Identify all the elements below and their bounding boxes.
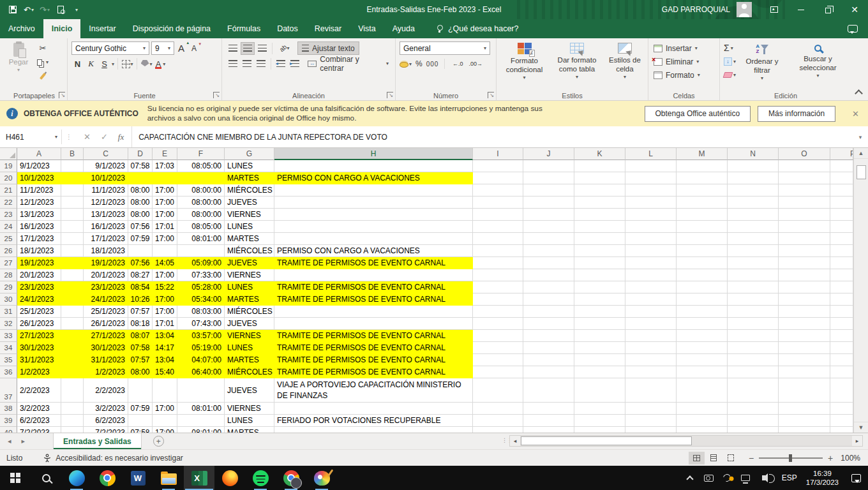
cell-K38[interactable] [574,403,625,415]
align-left-button[interactable] [226,57,239,70]
page-break-view-button[interactable] [723,452,739,464]
cell-P24[interactable] [830,221,853,233]
cell-O25[interactable] [779,233,830,245]
cell-E30[interactable]: 17:00 [153,293,177,306]
cell-C29[interactable]: 23/1/2023 [84,281,128,293]
taskbar-paint-button[interactable] [306,466,337,490]
number-format-combo[interactable]: General▾ [400,41,490,55]
feedback-icon[interactable] [848,25,858,33]
cell-F29[interactable]: 05:28:00 [177,281,225,293]
cell-D39[interactable] [128,415,153,427]
cell-E29[interactable]: 15:22 [153,281,177,293]
cell-P28[interactable] [830,269,853,281]
cell-P37[interactable] [830,378,853,403]
tell-me-box[interactable]: ¿Qué desea hacer? [437,19,519,38]
clock[interactable]: 16:39 17/3/2023 [801,469,844,487]
cell-N34[interactable] [728,342,779,354]
column-header-H[interactable]: H [274,148,473,160]
cell-J34[interactable] [523,342,574,354]
cell-D36[interactable]: 08:00 [128,366,153,378]
column-header-G[interactable]: G [225,148,274,160]
cell-G29[interactable]: LUNES [225,281,274,293]
cell-L31[interactable] [625,306,677,318]
cell-D24[interactable]: 07:56 [128,221,153,233]
cell-B30[interactable] [61,293,84,306]
cell-I19[interactable] [473,160,523,172]
cell-K35[interactable] [574,354,625,366]
cell-D37[interactable] [128,378,153,403]
cell-F34[interactable]: 05:19:00 [177,342,225,354]
cell-D19[interactable]: 07:58 [128,160,153,172]
cell-N29[interactable] [728,281,779,293]
cell-C26[interactable]: 18/1/2023 [84,245,128,257]
cell-O35[interactable] [779,354,830,366]
cell-F30[interactable]: 05:34:00 [177,293,225,306]
cell-H25[interactable] [274,233,473,245]
cell-A32[interactable]: 26/1/2023 [17,318,61,330]
cell-N19[interactable] [728,160,779,172]
network-button[interactable] [737,466,755,490]
cell-F31[interactable]: 08:03:00 [177,306,225,318]
cell-H32[interactable] [274,318,473,330]
clipboard-dialog-launcher[interactable]: ↘ [59,92,65,98]
cell-H19[interactable] [274,160,473,172]
cell-N28[interactable] [728,269,779,281]
cell-B24[interactable] [61,221,84,233]
cell-C30[interactable]: 24/1/2023 [84,293,128,306]
cell-C33[interactable]: 27/1/2023 [84,330,128,342]
cell-O27[interactable] [779,257,830,269]
horizontal-scroll-thumb[interactable] [521,436,692,445]
cell-A29[interactable]: 23/1/2023 [17,281,61,293]
taskbar-start-button[interactable] [0,466,31,490]
cell-L30[interactable] [625,293,677,306]
cell-I37[interactable] [473,378,523,403]
cell-K25[interactable] [574,233,625,245]
restore-button[interactable] [814,0,841,19]
accounting-format-button[interactable]: ▾ [400,57,412,70]
cell-A30[interactable]: 24/1/2023 [17,293,61,306]
cell-N40[interactable] [728,427,779,433]
cell-N36[interactable] [728,366,779,378]
formula-bar-splitter[interactable]: ⋮ [62,126,76,147]
cell-N21[interactable] [728,184,779,197]
cell-H34[interactable]: TRAMITE DE PERMISOS DE EVENTO CARNAL [274,342,473,354]
paste-button[interactable]: Pegar ▾ [5,41,32,90]
row-header-37[interactable]: 37 [0,378,17,403]
cell-L23[interactable] [625,209,677,221]
cell-A37[interactable]: 2/2/2023 [17,378,61,403]
merge-center-button[interactable]: ↔Combinar y centrar▾ [305,57,391,70]
cell-N22[interactable] [728,197,779,209]
format-cells-button[interactable]: Formato▾ [652,68,715,82]
cell-M37[interactable] [677,378,728,403]
cell-J19[interactable] [523,160,574,172]
cell-N32[interactable] [728,318,779,330]
copy-button[interactable]: ▾ [34,56,51,69]
cell-J40[interactable] [523,427,574,433]
cell-M26[interactable] [677,245,728,257]
cell-B20[interactable] [61,172,84,184]
cell-H33[interactable]: TRAMITE DE PERMISOS DE EVENTO CARNAL [274,330,473,342]
decrease-font-icon[interactable]: A [190,44,200,53]
cell-H20[interactable]: PERMISO CON CARGO A VACACIONES [274,172,473,184]
cell-C34[interactable]: 30/1/2023 [84,342,128,354]
cell-M21[interactable] [677,184,728,197]
cell-I23[interactable] [473,209,523,221]
cell-O29[interactable] [779,281,830,293]
cell-D33[interactable]: 08:07 [128,330,153,342]
cell-K19[interactable] [574,160,625,172]
cell-O24[interactable] [779,221,830,233]
cell-K30[interactable] [574,293,625,306]
cell-G21[interactable]: MIÉRCOLES [225,184,274,197]
cell-B28[interactable] [61,269,84,281]
cell-C28[interactable]: 20/1/2023 [84,269,128,281]
cell-G31[interactable]: MIÉRCOLES [225,306,274,318]
cell-M33[interactable] [677,330,728,342]
cell-O32[interactable] [779,318,830,330]
row-header-32[interactable]: 32 [0,318,17,330]
cell-F21[interactable]: 08:00:00 [177,184,225,197]
tab-inicio[interactable]: Inicio [43,19,81,38]
cell-I31[interactable] [473,306,523,318]
cell-H27[interactable]: TRAMITE DE PERMISOS DE EVENTO CARNAL [274,257,473,269]
cell-I28[interactable] [473,269,523,281]
cell-D25[interactable]: 07:59 [128,233,153,245]
